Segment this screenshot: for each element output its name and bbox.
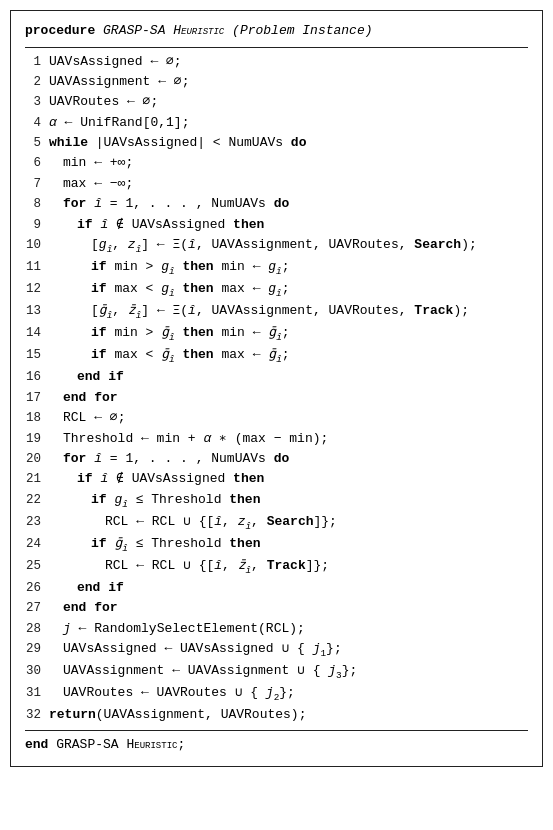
line-3: 3UAVRoutes ← ∅; bbox=[25, 92, 528, 112]
line-number: 30 bbox=[25, 662, 49, 681]
line-20: 20for î = 1, . . . , NumUAVs do bbox=[25, 449, 528, 469]
line-number: 1 bbox=[25, 53, 49, 72]
line-content: UAVsAssigned ← ∅; bbox=[49, 52, 528, 72]
line-content: if î ∉ UAVsAssigned then bbox=[49, 215, 528, 235]
line-number: 11 bbox=[25, 258, 49, 277]
algorithm-param: (Problem Instance) bbox=[232, 23, 372, 38]
line-number: 2 bbox=[25, 73, 49, 92]
bottom-divider bbox=[25, 730, 528, 731]
line-content: RCL ← ∅; bbox=[49, 408, 528, 428]
line-content: UAVsAssigned ← UAVsAssigned ∪ { j1}; bbox=[49, 639, 528, 661]
line-number: 17 bbox=[25, 389, 49, 408]
algorithm-box: procedure GRASP-SA Heuristic (Problem In… bbox=[10, 10, 543, 767]
algorithm-lines: 1UAVsAssigned ← ∅;2UAVAssignment ← ∅;3UA… bbox=[25, 52, 528, 726]
line-content: end for bbox=[49, 598, 528, 618]
end-keyword: end bbox=[25, 737, 48, 752]
line-number: 28 bbox=[25, 620, 49, 639]
line-23: 23RCL ← RCL ∪ {[î, zî, Search]}; bbox=[25, 512, 528, 534]
line-content: for î = 1, . . . , NumUAVs do bbox=[49, 449, 528, 469]
line-content: UAVAssignment ← UAVAssignment ∪ { j3}; bbox=[49, 661, 528, 683]
line-number: 18 bbox=[25, 409, 49, 428]
line-number: 16 bbox=[25, 368, 49, 387]
line-content: max ← −∞; bbox=[49, 174, 528, 194]
line-number: 32 bbox=[25, 706, 49, 725]
line-content: Threshold ← min + α ∗ (max − min); bbox=[49, 429, 528, 449]
line-26: 26end if bbox=[25, 578, 528, 598]
line-number: 5 bbox=[25, 134, 49, 153]
line-number: 22 bbox=[25, 491, 49, 510]
line-13: 13[ḡî, z̄î] ← Ξ(î, UAVAssignment, UAVRou… bbox=[25, 301, 528, 323]
line-content: if min > gî then min ← gî; bbox=[49, 257, 528, 279]
line-17: 17end for bbox=[25, 388, 528, 408]
top-divider bbox=[25, 47, 528, 48]
line-number: 19 bbox=[25, 430, 49, 449]
line-32: 32return(UAVAssignment, UAVRoutes); bbox=[25, 705, 528, 725]
line-content: [gî, zî] ← Ξ(î, UAVAssignment, UAVRoutes… bbox=[49, 235, 528, 257]
line-number: 14 bbox=[25, 324, 49, 343]
line-7: 7max ← −∞; bbox=[25, 174, 528, 194]
line-22: 22if gî ≤ Threshold then bbox=[25, 490, 528, 512]
line-11: 11if min > gî then min ← gî; bbox=[25, 257, 528, 279]
line-content: j ← RandomlySelectElement(RCL); bbox=[49, 619, 528, 639]
line-number: 8 bbox=[25, 195, 49, 214]
line-content: if min > ḡî then min ← ḡî; bbox=[49, 323, 528, 345]
line-5: 5while |UAVsAssigned| < NumUAVs do bbox=[25, 133, 528, 153]
line-content: if gî ≤ Threshold then bbox=[49, 490, 528, 512]
line-content: for î = 1, . . . , NumUAVs do bbox=[49, 194, 528, 214]
line-10: 10[gî, zî] ← Ξ(î, UAVAssignment, UAVRout… bbox=[25, 235, 528, 257]
line-content: if max < gî then max ← gî; bbox=[49, 279, 528, 301]
line-content: RCL ← RCL ∪ {[î, z̄î, Track]}; bbox=[49, 556, 528, 578]
line-number: 29 bbox=[25, 640, 49, 659]
line-6: 6min ← +∞; bbox=[25, 153, 528, 173]
algorithm-name: GRASP-SA Heuristic bbox=[103, 23, 224, 38]
line-30: 30UAVAssignment ← UAVAssignment ∪ { j3}; bbox=[25, 661, 528, 683]
line-content: if ḡî ≤ Threshold then bbox=[49, 534, 528, 556]
line-16: 16end if bbox=[25, 367, 528, 387]
line-content: if max < ḡî then max ← ḡî; bbox=[49, 345, 528, 367]
line-number: 13 bbox=[25, 302, 49, 321]
line-15: 15if max < ḡî then max ← ḡî; bbox=[25, 345, 528, 367]
line-number: 7 bbox=[25, 175, 49, 194]
procedure-keyword: procedure bbox=[25, 23, 95, 38]
line-number: 15 bbox=[25, 346, 49, 365]
line-number: 21 bbox=[25, 470, 49, 489]
line-number: 9 bbox=[25, 216, 49, 235]
line-number: 25 bbox=[25, 557, 49, 576]
line-number: 31 bbox=[25, 684, 49, 703]
line-24: 24if ḡî ≤ Threshold then bbox=[25, 534, 528, 556]
line-number: 3 bbox=[25, 93, 49, 112]
line-18: 18RCL ← ∅; bbox=[25, 408, 528, 428]
line-29: 29UAVsAssigned ← UAVsAssigned ∪ { j1}; bbox=[25, 639, 528, 661]
line-content: α ← UnifRand[0,1]; bbox=[49, 113, 528, 133]
line-2: 2UAVAssignment ← ∅; bbox=[25, 72, 528, 92]
line-content: RCL ← RCL ∪ {[î, zî, Search]}; bbox=[49, 512, 528, 534]
line-content: while |UAVsAssigned| < NumUAVs do bbox=[49, 133, 528, 153]
line-number: 6 bbox=[25, 154, 49, 173]
line-28: 28j ← RandomlySelectElement(RCL); bbox=[25, 619, 528, 639]
line-number: 4 bbox=[25, 114, 49, 133]
algorithm-footer: end GRASP-SA Heuristic; bbox=[25, 735, 528, 755]
line-9: 9if î ∉ UAVsAssigned then bbox=[25, 215, 528, 235]
line-content: UAVRoutes ← ∅; bbox=[49, 92, 528, 112]
line-content: [ḡî, z̄î] ← Ξ(î, UAVAssignment, UAVRoute… bbox=[49, 301, 528, 323]
line-content: if î ∉ UAVsAssigned then bbox=[49, 469, 528, 489]
line-27: 27end for bbox=[25, 598, 528, 618]
line-31: 31UAVRoutes ← UAVRoutes ∪ { j2}; bbox=[25, 683, 528, 705]
line-content: UAVAssignment ← ∅; bbox=[49, 72, 528, 92]
line-number: 23 bbox=[25, 513, 49, 532]
line-4: 4α ← UnifRand[0,1]; bbox=[25, 113, 528, 133]
line-1: 1UAVsAssigned ← ∅; bbox=[25, 52, 528, 72]
line-number: 20 bbox=[25, 450, 49, 469]
line-content: end if bbox=[49, 578, 528, 598]
line-number: 24 bbox=[25, 535, 49, 554]
line-content: return(UAVAssignment, UAVRoutes); bbox=[49, 705, 528, 725]
line-content: end for bbox=[49, 388, 528, 408]
end-name: GRASP-SA Heuristic bbox=[56, 737, 177, 752]
line-number: 12 bbox=[25, 280, 49, 299]
algorithm-header: procedure GRASP-SA Heuristic (Problem In… bbox=[25, 21, 528, 41]
line-content: UAVRoutes ← UAVRoutes ∪ { j2}; bbox=[49, 683, 528, 705]
line-number: 26 bbox=[25, 579, 49, 598]
line-8: 8for î = 1, . . . , NumUAVs do bbox=[25, 194, 528, 214]
line-12: 12if max < gî then max ← gî; bbox=[25, 279, 528, 301]
line-25: 25RCL ← RCL ∪ {[î, z̄î, Track]}; bbox=[25, 556, 528, 578]
